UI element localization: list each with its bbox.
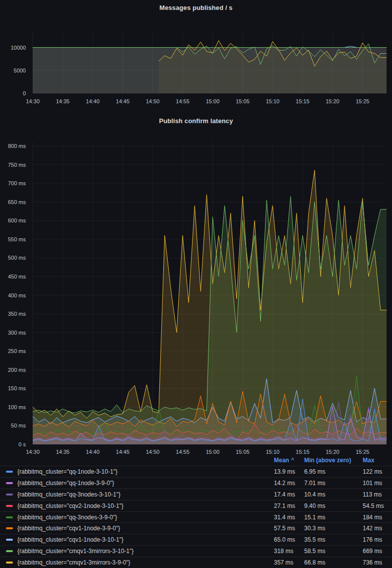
series-max-value: 54.5 ms [363, 502, 386, 509]
series-color-swatch[interactable] [6, 550, 13, 552]
x-axis-tick-label: 14:45 [116, 98, 130, 104]
x-axis-tick-label: 15:20 [326, 449, 339, 455]
legend-row-label-cell: {rabbitmq_cluster="cmqv1-3mirrors-3-9-0"… [6, 559, 274, 566]
legend-row[interactable]: {rabbitmq_cluster="qq-1node-3-9-0"} 14.2… [0, 477, 392, 489]
series-color-swatch[interactable] [6, 527, 13, 529]
y-axis-tick-label: 150 ms [8, 385, 26, 391]
series-mean-value: 357 ms [274, 559, 304, 566]
series-label[interactable]: {rabbitmq_cluster="cmqv1-3mirrors-3-10-1… [17, 548, 133, 555]
legend-header-min[interactable]: Min (above zero) [304, 457, 363, 464]
series-mean-value: 65.0 ms [274, 536, 304, 543]
y-axis-tick-label: 700 ms [8, 180, 26, 186]
x-axis-tick-label: 15:05 [236, 449, 250, 455]
legend-header-mean-label: Mean [274, 457, 289, 464]
series-mean-value: 318 ms [274, 548, 304, 555]
x-axis-tick-label: 15:10 [266, 449, 280, 455]
x-axis-tick-label: 15:20 [326, 98, 339, 104]
series-min-value: 30.3 ms [304, 525, 363, 532]
x-axis-tick-label: 14:30 [26, 98, 40, 104]
x-axis-tick-label: 15:00 [206, 449, 220, 455]
y-axis-tick-label: 0 s [18, 441, 26, 447]
grafana-dashboard: Messages published / s 050001000014:3014… [0, 0, 392, 568]
series-mean-value: 31.4 ms [274, 514, 304, 521]
y-axis-tick-label: 400 ms [8, 292, 26, 298]
legend-row[interactable]: {rabbitmq_cluster="qq-3nodes-3-9-0"} 31.… [0, 511, 392, 523]
series-label[interactable]: {rabbitmq_cluster="qq-1node-3-9-0"} [17, 480, 114, 487]
x-axis-tick-label: 15:15 [296, 98, 310, 104]
x-axis-tick-label: 15:25 [356, 98, 370, 104]
legend-row[interactable]: {rabbitmq_cluster="cqv1-1node-3-10-1"} 6… [0, 534, 392, 545]
series-mean-value: 17.4 ms [274, 491, 304, 498]
series-min-value: 15.1 ms [304, 514, 363, 521]
series-label[interactable]: {rabbitmq_cluster="qq-3nodes-3-9-0"} [17, 514, 117, 521]
series-label[interactable]: {rabbitmq_cluster="cqv1-1node-3-9-0"} [17, 525, 120, 532]
x-axis-tick-label: 15:00 [206, 98, 220, 104]
series-min-value: 9.40 ms [304, 502, 363, 509]
legend-row-label-cell: {rabbitmq_cluster="cmqv1-3mirrors-3-10-1… [6, 548, 274, 555]
series-min-value: 10.4 ms [304, 491, 363, 498]
legend-rows: {rabbitmq_cluster="qq-1node-3-10-1"} 13.… [0, 466, 392, 568]
series-mean-value: 57.5 ms [274, 525, 304, 532]
legend-header: Mean^ Min (above zero) Max [0, 455, 392, 466]
series-min-value: 35.5 ms [304, 536, 363, 543]
series-max-value: 142 ms [363, 525, 386, 532]
x-axis-tick-label: 14:30 [26, 449, 40, 455]
series-min-value: 6.95 ms [304, 468, 363, 475]
series-max-value: 176 ms [363, 536, 386, 543]
series-label[interactable]: {rabbitmq_cluster="cqv1-1node-3-10-1"} [17, 536, 124, 543]
x-axis-tick-label: 15:10 [266, 98, 280, 104]
y-axis-tick-label: 10000 [10, 45, 26, 51]
series-label[interactable]: {rabbitmq_cluster="cqv2-1node-3-10-1"} [17, 502, 124, 509]
legend-row[interactable]: {rabbitmq_cluster="cmqv1-3mirrors-3-9-0"… [0, 557, 392, 568]
legend-row-label-cell: {rabbitmq_cluster="qq-3nodes-3-9-0"} [6, 514, 274, 521]
x-axis-tick-label: 14:35 [56, 98, 70, 104]
y-axis-tick-label: 300 ms [8, 330, 26, 336]
x-axis-tick-label: 14:35 [56, 449, 70, 455]
series-max-value: 736 ms [363, 559, 386, 566]
series-min-value: 7.01 ms [304, 480, 363, 487]
y-axis-tick-label: 800 ms [8, 143, 26, 149]
series-label[interactable]: {rabbitmq_cluster="cmqv1-3mirrors-3-9-0"… [17, 559, 131, 566]
series-color-swatch[interactable] [6, 494, 13, 496]
series-max-value: 184 ms [363, 514, 386, 521]
legend-row[interactable]: {rabbitmq_cluster="cqv1-1node-3-9-0"} 57… [0, 522, 392, 534]
legend-row[interactable]: {rabbitmq_cluster="qq-3nodes-3-10-1"} 17… [0, 489, 392, 500]
series-mean-value: 14.2 ms [274, 480, 304, 487]
legend-header-mean[interactable]: Mean^ [274, 457, 304, 464]
legend-row[interactable]: {rabbitmq_cluster="qq-1node-3-10-1"} 13.… [0, 466, 392, 477]
series-label[interactable]: {rabbitmq_cluster="qq-1node-3-10-1"} [17, 468, 118, 475]
series-color-swatch[interactable] [6, 539, 13, 541]
y-axis-tick-label: 600 ms [8, 217, 26, 223]
legend-row-label-cell: {rabbitmq_cluster="qq-1node-3-9-0"} [6, 480, 274, 487]
y-axis-tick-label: 450 ms [8, 274, 26, 280]
x-axis-tick-label: 15:15 [296, 449, 310, 455]
series-max-value: 122 ms [363, 468, 386, 475]
x-axis-tick-label: 14:55 [176, 449, 190, 455]
y-axis-tick-label: 100 ms [8, 404, 26, 410]
series-color-swatch[interactable] [6, 516, 13, 518]
series-mean-value: 13.9 ms [274, 468, 304, 475]
y-axis-tick-label: 50 ms [11, 423, 26, 428]
series-color-swatch[interactable] [6, 505, 13, 507]
legend-row-label-cell: {rabbitmq_cluster="qq-3nodes-3-10-1"} [6, 491, 274, 498]
messages-published-chart[interactable]: 050001000014:3014:3514:4014:4514:5014:55… [0, 0, 392, 112]
legend-row[interactable]: {rabbitmq_cluster="cmqv1-3mirrors-3-10-1… [0, 545, 392, 557]
y-axis-tick-label: 550 ms [8, 236, 26, 242]
sort-ascending-icon: ^ [291, 457, 294, 463]
series-label[interactable]: {rabbitmq_cluster="qq-3nodes-3-10-1"} [17, 491, 121, 498]
legend-header-max[interactable]: Max [363, 457, 386, 464]
x-axis-tick-label: 14:50 [146, 98, 160, 104]
series-max-value: 669 ms [363, 548, 386, 555]
y-axis-tick-label: 350 ms [8, 311, 26, 317]
x-axis-tick-label: 14:45 [116, 449, 130, 455]
series-color-swatch[interactable] [6, 482, 13, 484]
y-axis-tick-label: 650 ms [8, 199, 26, 205]
publish-confirm-latency-chart[interactable]: 0 s50 ms100 ms150 ms200 ms250 ms300 ms35… [0, 112, 392, 455]
y-axis-tick-label: 250 ms [8, 348, 26, 354]
legend-row[interactable]: {rabbitmq_cluster="cqv2-1node-3-10-1"} 2… [0, 500, 392, 511]
series-color-swatch[interactable] [6, 562, 13, 564]
x-axis-tick-label: 15:25 [356, 449, 370, 455]
x-axis-tick-label: 15:05 [236, 98, 250, 104]
y-axis-tick-label: 200 ms [8, 367, 26, 373]
series-color-swatch[interactable] [6, 471, 13, 473]
